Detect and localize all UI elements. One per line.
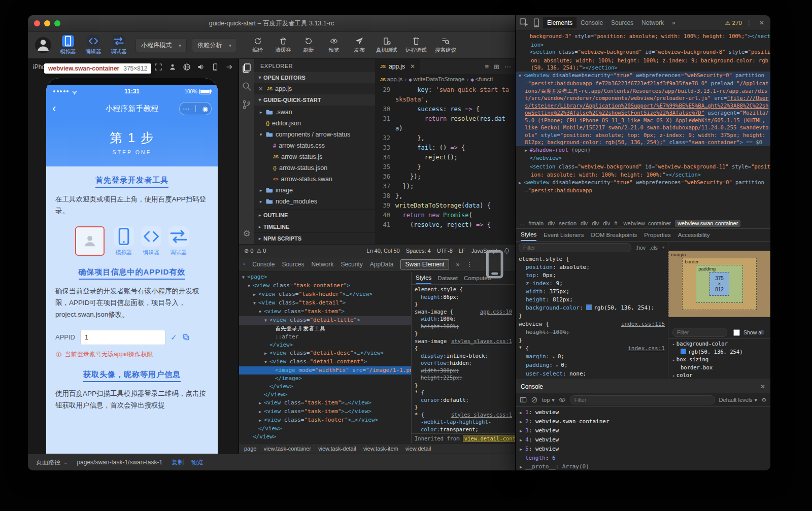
split-editor-icon[interactable]: ⊞: [494, 63, 499, 71]
more-tabs-icon[interactable]: »: [669, 19, 679, 26]
dom-node[interactable]: ▼<view class="detail-title">: [239, 316, 411, 325]
style-rule-selector[interactable]: styles_slaves.css:1* {: [412, 411, 515, 419]
stylesheet-link[interactable]: index.css:1: [628, 345, 665, 353]
style-rule-selector[interactable]: styles_slaves.css:1swan-image {: [412, 337, 515, 352]
dom-node[interactable]: <image mode="widthFix" src="/image/1-1.p…: [239, 366, 411, 374]
element-crumb[interactable]: #main: [528, 220, 544, 226]
refresh-button[interactable]: 刷新: [300, 37, 317, 54]
device-toolbar-icon[interactable]: [531, 18, 542, 28]
clear-console-icon[interactable]: [531, 396, 538, 403]
devtools-tab-elements[interactable]: Elements: [543, 17, 577, 28]
dom-node[interactable]: ▶<view class="task-header">…</view>: [239, 290, 411, 299]
settings-gear-icon[interactable]: ⚙: [243, 228, 250, 239]
file-arrow-status.js[interactable]: JSarrow-status.js: [254, 151, 375, 162]
markup-node[interactable]: background-3" style="position: absolute;…: [516, 32, 770, 48]
breadcrumb-item[interactable]: JS app.js: [380, 76, 402, 82]
element-crumb[interactable]: ...: [520, 220, 524, 226]
new-style-rule-button[interactable]: +: [662, 245, 665, 251]
close-circle-icon[interactable]: ◉: [202, 105, 208, 113]
status-item[interactable]: UTF-8: [437, 248, 453, 254]
file-editor.json[interactable]: {}editor.json: [254, 118, 375, 129]
computed-filter-input[interactable]: [672, 328, 727, 337]
mode-dropdown[interactable]: 小程序模式 ▾: [136, 38, 187, 52]
folder-nodemodules[interactable]: ▸node_modules: [254, 196, 375, 207]
dom-node[interactable]: ▶<view class="detail-desc">…</view>: [239, 349, 411, 358]
swan-tab-network[interactable]: Network: [311, 261, 333, 268]
more-options-icon[interactable]: ⋮: [743, 19, 755, 26]
breadcrumb-item[interactable]: ◆ writeDataToStorage: [409, 76, 464, 82]
dom-crumb[interactable]: view.task-container: [263, 446, 311, 452]
show-all-checkbox-input[interactable]: [733, 329, 740, 336]
problems-errors[interactable]: ⊘ 0: [244, 248, 253, 254]
stylesheet-link[interactable]: styles_slaves.css:1: [451, 411, 512, 419]
style-declaration[interactable]: height: 100%;: [516, 328, 668, 336]
devtools-tab-network[interactable]: Network: [637, 17, 668, 28]
section-outline[interactable]: ▸OUTLINE: [254, 209, 375, 221]
remote-debug-button[interactable]: 远程调试: [405, 37, 427, 54]
folder-image[interactable]: ▸image: [254, 185, 375, 196]
section-timeline[interactable]: ▸TIMELINE: [254, 221, 375, 232]
panel-tab-dom-breakpoints[interactable]: DOM Breakpoints: [591, 232, 637, 238]
element-crumb[interactable]: section: [559, 220, 577, 226]
show-all-checkbox[interactable]: Show all: [731, 328, 764, 337]
console-entry[interactable]: ▶3: webview: [516, 426, 770, 435]
editor-toggle[interactable]: 编辑器: [82, 35, 105, 55]
element-crumb[interactable]: webview.swan-container: [675, 220, 740, 227]
toggle-class-button[interactable]: .cls: [650, 245, 658, 251]
stylesheet-link[interactable]: index.css:115: [621, 320, 665, 328]
panel-tab-event-listeners[interactable]: Event Listeners: [544, 232, 584, 238]
dom-node[interactable]: ▶<view class="task-footer">…</view>: [239, 416, 411, 425]
minimize-window-button[interactable]: [44, 20, 50, 26]
dom-node[interactable]: ▼<view class="task-detail">: [239, 299, 411, 308]
dom-node[interactable]: </view>: [239, 391, 411, 399]
search-icon[interactable]: [242, 81, 252, 91]
status-item[interactable]: Ln 40, Col 50: [366, 248, 399, 254]
code-area[interactable]: 29 key: 'swan-quick-start-tasksData',30 …: [375, 84, 515, 244]
inherited-target[interactable]: view.detail-conte: [463, 435, 515, 442]
style-rule-selector[interactable]: * {: [412, 389, 515, 396]
user-avatar[interactable]: [35, 37, 51, 53]
section-npm-scripts[interactable]: ▸NPM SCRIPTS: [254, 232, 375, 244]
close-window-button[interactable]: [34, 20, 40, 26]
problems-warnings[interactable]: ⚠ 0: [256, 248, 266, 254]
more-options-icon[interactable]: ⋮: [467, 261, 473, 268]
console-tab[interactable]: Console: [521, 383, 543, 390]
style-declaration[interactable]: overflow:hidden;: [412, 359, 515, 367]
element-crumb[interactable]: div: [603, 220, 610, 226]
panel-tab-styles[interactable]: Styles: [521, 229, 536, 241]
folder-componentsarrow-status[interactable]: ▾components / arrow-status: [254, 129, 375, 140]
dom-node[interactable]: ▼<page>: [239, 273, 411, 282]
element-crumb[interactable]: div: [581, 220, 588, 226]
search-suggest-button[interactable]: 搜索建议: [435, 37, 456, 54]
preview-path-button[interactable]: 预览: [191, 458, 203, 467]
close-drawer-icon[interactable]: ✕: [760, 383, 765, 390]
markup-node[interactable]: <section class="webview-background" id="…: [516, 48, 770, 72]
devtools-tab-sources[interactable]: Sources: [607, 17, 637, 28]
dom-node[interactable]: </image>: [239, 374, 411, 383]
style-declaration[interactable]: z-index: 9;: [516, 280, 668, 288]
dom-node[interactable]: ▼<view class="detail-content">: [239, 358, 411, 366]
inspect-element-icon[interactable]: [519, 18, 530, 28]
panel-tab-accessibility[interactable]: Accessibility: [678, 232, 710, 238]
swan-tab-appdata[interactable]: AppData: [370, 261, 394, 268]
dom-node[interactable]: ::after: [239, 333, 411, 341]
markup-node[interactable]: ▼ <webview disablewebsecurity="true" web…: [516, 72, 770, 146]
style-declaration[interactable]: height: 812px;: [516, 296, 668, 304]
simulator-toggle[interactable]: 模拟器: [56, 35, 80, 55]
swan-tab-console[interactable]: Console: [252, 261, 275, 268]
console-entry[interactable]: ▶2: webview.swan-container: [516, 417, 770, 426]
preview-button[interactable]: 预览: [325, 37, 343, 54]
dom-node[interactable]: </view>: [239, 383, 411, 391]
style-declaration[interactable]: background-color: rgb(50, 136, 254);: [516, 304, 668, 312]
zoom-window-button[interactable]: [54, 20, 60, 26]
markup-node[interactable]: ▶ #shadow-root (open): [516, 146, 770, 155]
swan-tab-sources[interactable]: Sources: [282, 261, 304, 268]
dom-node[interactable]: 首先登录开发者工具: [239, 325, 411, 333]
dom-crumb[interactable]: view.detail: [405, 446, 431, 452]
file-arrow-status.css[interactable]: #arrow-status.css: [254, 140, 375, 151]
debugger-toggle[interactable]: 调试器: [107, 35, 130, 55]
markup-node[interactable]: ▶ <webview disablewebsecurity="true" web…: [516, 179, 770, 194]
close-tab-icon[interactable]: ✕: [410, 63, 415, 70]
status-item[interactable]: LF: [459, 248, 465, 254]
console-entry[interactable]: length: 6: [516, 454, 770, 462]
